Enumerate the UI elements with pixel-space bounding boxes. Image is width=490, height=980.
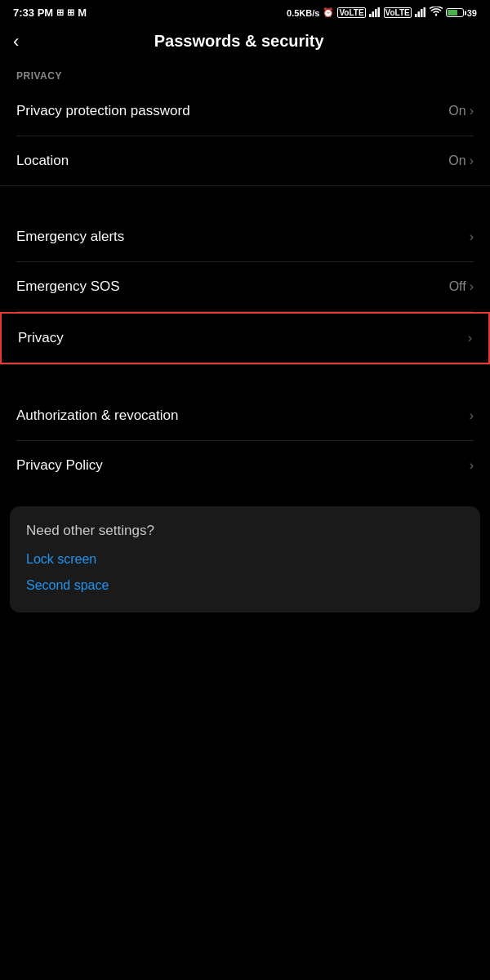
time: 7:33 PM: [13, 7, 53, 19]
emergency-alerts-right: ›: [470, 229, 474, 244]
privacy-protection-password-label: Privacy protection password: [16, 103, 190, 119]
wifi-icon: [430, 7, 443, 19]
chevron-icon-emergency-sos: ›: [470, 279, 474, 294]
privacy-section-label: PRIVACY: [0, 64, 490, 87]
lock-screen-link[interactable]: Lock screen: [26, 552, 464, 567]
bottom-card-title: Need other settings?: [26, 523, 464, 539]
sim-icon-2: ⊞: [67, 7, 74, 18]
location-right: On ›: [448, 154, 474, 168]
network-speed: 0.5KB/s: [287, 8, 319, 18]
privacy-policy-right: ›: [470, 458, 474, 473]
extra-section: Authorization & revocation › Privacy Pol…: [0, 365, 490, 490]
svg-rect-4: [415, 14, 417, 17]
emergency-sos-value: Off: [449, 279, 466, 294]
back-button[interactable]: ‹: [13, 33, 19, 51]
volte-icon-2: VoLTE: [384, 7, 412, 18]
alarm-icon: ⏰: [323, 7, 334, 18]
authorization-revocation-right: ›: [470, 408, 474, 423]
privacy-policy-item[interactable]: Privacy Policy ›: [0, 441, 490, 490]
svg-rect-5: [417, 11, 420, 17]
svg-rect-3: [377, 7, 380, 17]
svg-rect-7: [423, 7, 425, 17]
bottom-card: Need other settings? Lock screen Second …: [10, 506, 480, 612]
svg-rect-1: [372, 11, 374, 17]
emergency-sos-item[interactable]: Emergency SOS Off ›: [0, 262, 490, 311]
sim-icon-1: ⊞: [56, 7, 64, 18]
chevron-icon: ›: [470, 104, 474, 118]
svg-rect-2: [375, 9, 377, 17]
privacy-protection-password-right: On ›: [448, 104, 474, 118]
privacy-protection-password-value: On: [448, 104, 466, 118]
security-section: Emergency alerts › Emergency SOS Off › P…: [0, 186, 490, 364]
chevron-icon-location: ›: [470, 154, 474, 168]
signal-icon-2: [415, 7, 426, 19]
emergency-sos-label: Emergency SOS: [16, 278, 120, 295]
page-header: ‹ Passwords & security: [0, 22, 490, 64]
authorization-revocation-item[interactable]: Authorization & revocation ›: [0, 391, 490, 440]
chevron-icon-privacy-policy: ›: [470, 458, 474, 473]
section-gap-2: [0, 365, 490, 391]
privacy-section: PRIVACY Privacy protection password On ›…: [0, 64, 490, 185]
emergency-alerts-label: Emergency alerts: [16, 229, 124, 245]
m-icon: M: [78, 7, 87, 19]
emergency-sos-right: Off ›: [449, 279, 474, 294]
privacy-label: Privacy: [18, 330, 64, 346]
privacy-protection-password-item[interactable]: Privacy protection password On ›: [0, 87, 490, 136]
emergency-alerts-item[interactable]: Emergency alerts ›: [0, 212, 490, 261]
battery-fill: [448, 10, 458, 16]
chevron-icon-auth: ›: [470, 408, 474, 423]
volte-icon-1: VoLTE: [337, 7, 365, 18]
status-bar: 7:33 PM ⊞ ⊞ M 0.5KB/s ⏰ VoLTE VoLTE: [0, 0, 490, 22]
status-right: 0.5KB/s ⏰ VoLTE VoLTE: [287, 7, 477, 19]
svg-rect-0: [369, 14, 372, 17]
chevron-icon-emergency-alerts: ›: [470, 229, 474, 244]
page-title: Passwords & security: [29, 32, 449, 51]
chevron-icon-privacy: ›: [468, 331, 472, 345]
battery-level: 39: [467, 8, 477, 18]
svg-rect-6: [421, 9, 423, 17]
location-label: Location: [16, 153, 69, 169]
section-gap-1: [0, 186, 490, 212]
status-left: 7:33 PM ⊞ ⊞ M: [13, 7, 87, 19]
location-value: On: [448, 154, 466, 168]
authorization-revocation-label: Authorization & revocation: [16, 408, 178, 424]
privacy-item[interactable]: Privacy ›: [0, 312, 490, 364]
privacy-right: ›: [468, 331, 472, 345]
signal-icon-1: [369, 7, 381, 19]
second-space-link[interactable]: Second space: [26, 578, 464, 593]
privacy-policy-label: Privacy Policy: [16, 457, 103, 474]
battery-icon: [446, 8, 464, 17]
location-item[interactable]: Location On ›: [0, 136, 490, 185]
svg-point-8: [435, 14, 437, 16]
